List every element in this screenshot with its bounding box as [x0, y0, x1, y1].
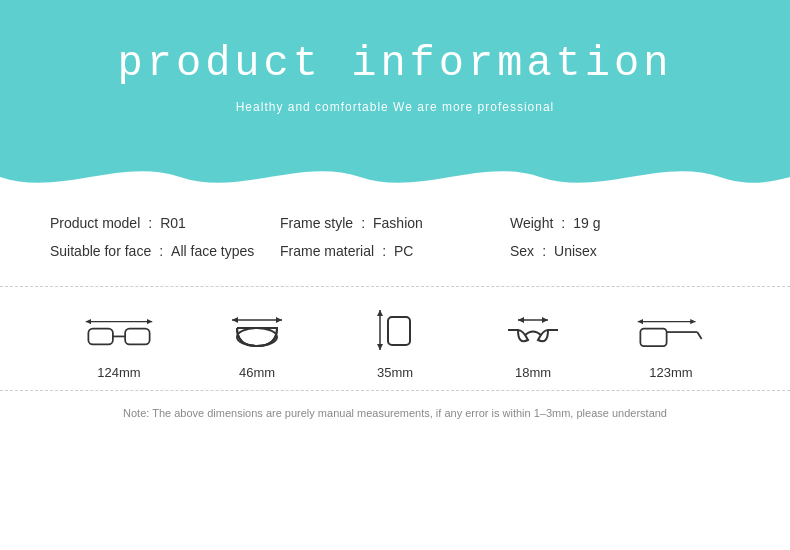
- info-col-material: Frame material : PC: [280, 243, 510, 259]
- total-width-icon: [84, 307, 154, 357]
- svg-marker-1: [86, 318, 91, 323]
- value-bridge-width: 18mm: [515, 365, 551, 380]
- label-weight: Weight: [510, 215, 553, 231]
- svg-marker-19: [690, 318, 695, 323]
- svg-line-22: [697, 332, 701, 339]
- bridge-width-icon: [498, 307, 568, 357]
- page-wrapper: product information Healthy and comforta…: [0, 0, 790, 550]
- svg-rect-13: [388, 317, 410, 345]
- svg-marker-18: [638, 318, 643, 323]
- dim-bridge-width: 18mm: [498, 307, 568, 380]
- temple-length-icon: [636, 307, 706, 357]
- value-material: PC: [394, 243, 413, 259]
- dim-temple-length: 123mm: [636, 307, 706, 380]
- dimensions-section: 124mm 46mm: [0, 287, 790, 391]
- info-col-frame-style: Frame style : Fashion: [280, 215, 510, 231]
- value-frame-style: Fashion: [373, 215, 423, 231]
- value-lens-width: 46mm: [239, 365, 275, 380]
- dim-lens-width: 46mm: [222, 307, 292, 380]
- svg-marker-11: [377, 310, 383, 316]
- label-sex: Sex: [510, 243, 534, 259]
- svg-marker-8: [276, 317, 282, 323]
- svg-marker-7: [232, 317, 238, 323]
- value-lens-height: 35mm: [377, 365, 413, 380]
- note-section: Note: The above dimensions are purely ma…: [0, 391, 790, 433]
- label-product-model: Product model: [50, 215, 140, 231]
- info-col-weight: Weight : 19 g: [510, 215, 740, 231]
- info-section: Product model : R01 Frame style : Fashio…: [0, 195, 790, 287]
- header-title: product information: [0, 0, 790, 88]
- lens-height-icon: [360, 307, 430, 357]
- info-row-1: Product model : R01 Frame style : Fashio…: [50, 215, 740, 231]
- dimensions-row: 124mm 46mm: [50, 307, 740, 380]
- info-row-2: Suitable for face : All face types Frame…: [50, 243, 740, 259]
- header-area: product information Healthy and comforta…: [0, 0, 790, 195]
- colon-5: :: [382, 243, 386, 259]
- info-col-face: Suitable for face : All face types: [50, 243, 280, 259]
- colon-6: :: [542, 243, 546, 259]
- colon-3: :: [561, 215, 565, 231]
- svg-rect-20: [640, 328, 666, 346]
- svg-marker-16: [542, 317, 548, 323]
- note-text: Note: The above dimensions are purely ma…: [123, 407, 667, 419]
- colon-1: :: [148, 215, 152, 231]
- header-subtitle: Healthy and comfortable We are more prof…: [0, 100, 790, 114]
- svg-point-9: [237, 328, 277, 346]
- value-total-width: 124mm: [97, 365, 140, 380]
- svg-marker-2: [147, 318, 152, 323]
- info-col-model: Product model : R01: [50, 215, 280, 231]
- svg-marker-15: [518, 317, 524, 323]
- label-frame-style: Frame style: [280, 215, 353, 231]
- value-sex: Unisex: [554, 243, 597, 259]
- dim-total-width: 124mm: [84, 307, 154, 380]
- info-col-sex: Sex : Unisex: [510, 243, 740, 259]
- svg-rect-3: [88, 328, 113, 344]
- value-face: All face types: [171, 243, 254, 259]
- value-temple-length: 123mm: [649, 365, 692, 380]
- colon-4: :: [159, 243, 163, 259]
- colon-2: :: [361, 215, 365, 231]
- svg-rect-4: [125, 328, 150, 344]
- wave-decoration: [0, 147, 790, 195]
- value-product-model: R01: [160, 215, 186, 231]
- label-face: Suitable for face: [50, 243, 151, 259]
- value-weight: 19 g: [573, 215, 600, 231]
- label-material: Frame material: [280, 243, 374, 259]
- lens-width-icon: [222, 307, 292, 357]
- svg-marker-12: [377, 344, 383, 350]
- dim-lens-height: 35mm: [360, 307, 430, 380]
